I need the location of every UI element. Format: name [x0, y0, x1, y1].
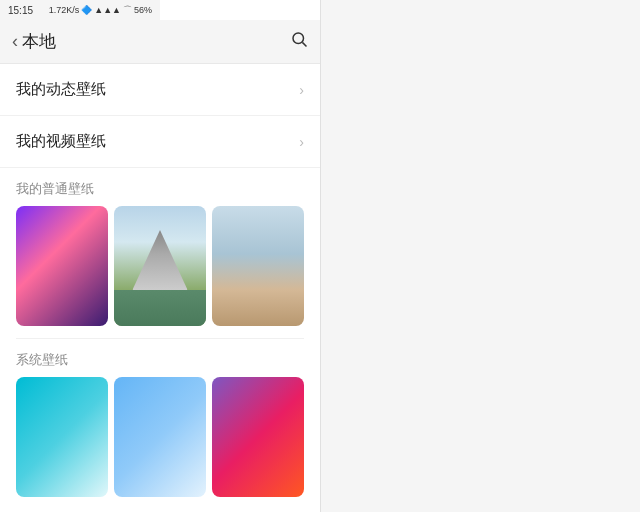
- dynamic-wallpaper-label: 我的动态壁纸: [16, 80, 106, 99]
- left-panel: 15:15 1.72K/s 🔷 ▲▲▲ ⌒ 56% ‹ 本地 我的动态壁纸: [0, 0, 320, 512]
- wifi-icon-left: ⌒: [123, 4, 132, 17]
- bluetooth-icon-left: 🔷: [81, 5, 92, 15]
- wallpaper-thumb-0[interactable]: [16, 206, 108, 326]
- video-wallpaper-label: 我的视频壁纸: [16, 132, 106, 151]
- header-left: ‹ 本地: [0, 20, 320, 64]
- signal-icon-left: ▲▲▲: [94, 5, 121, 15]
- back-button-left[interactable]: ‹ 本地: [12, 30, 56, 53]
- arrow-icon-0: ›: [299, 82, 304, 98]
- my-wallpapers-grid: [0, 206, 320, 338]
- svg-line-1: [302, 42, 306, 46]
- my-wallpapers-title: 我的普通壁纸: [0, 168, 320, 206]
- sys-wallpaper-thumb-1[interactable]: [114, 377, 206, 497]
- back-arrow-icon-left: ‹: [12, 31, 18, 52]
- sys-wallpaper-thumb-0[interactable]: [16, 377, 108, 497]
- system-wallpapers-title: 系统壁纸: [0, 339, 320, 377]
- dynamic-wallpaper-item[interactable]: 我的动态壁纸 ›: [0, 64, 320, 116]
- speed-left: 1.72K/s: [49, 5, 80, 15]
- search-button-left[interactable]: [290, 30, 308, 53]
- time-left: 15:15: [8, 5, 33, 16]
- arrow-icon-1: ›: [299, 134, 304, 150]
- system-wallpapers-grid: [0, 377, 320, 509]
- wallpaper-thumb-1[interactable]: [114, 206, 206, 326]
- panel-divider: [320, 0, 321, 512]
- status-bar-left: 15:15 1.72K/s 🔷 ▲▲▲ ⌒ 56%: [0, 0, 320, 20]
- svg-point-0: [293, 33, 304, 44]
- sys-wallpaper-thumb-2[interactable]: [212, 377, 304, 497]
- video-wallpaper-item[interactable]: 我的视频壁纸 ›: [0, 116, 320, 168]
- right-panel: 15:15 0.63K/s 🔷 ▲▲▲ ⌒ 56% ‹ 本地: [320, 0, 640, 512]
- left-content: 我的动态壁纸 › 我的视频壁纸 › 我的普通壁纸 系统壁纸: [0, 64, 320, 512]
- battery-left: 56%: [134, 5, 152, 15]
- wallpaper-thumb-2[interactable]: [212, 206, 304, 326]
- header-title-left: 本地: [22, 30, 56, 53]
